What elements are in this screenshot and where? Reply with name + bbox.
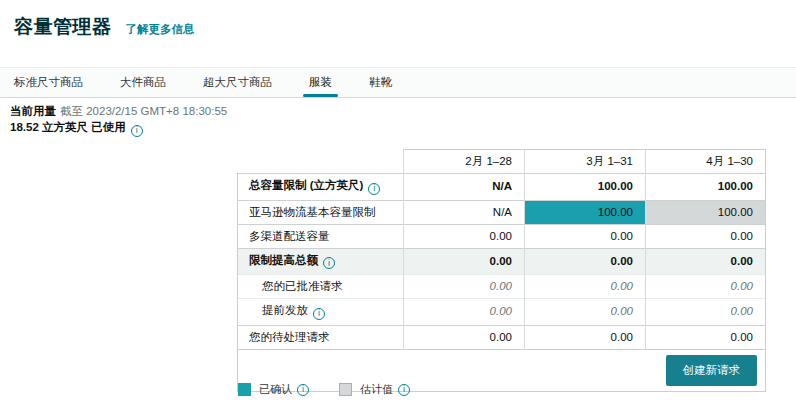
cell-value: 0.00: [404, 275, 525, 299]
page-title: 容量管理器: [14, 14, 112, 40]
cell-value-confirmed: 100.00: [525, 200, 646, 224]
info-icon[interactable]: [131, 125, 143, 137]
row-approved-requests: 您的已批准请求 0.00 0.00 0.00: [238, 275, 766, 299]
cell-value: 0.00: [404, 299, 525, 326]
row-multichannel-capacity: 多渠道配送容量 0.00 0.00 0.00: [238, 224, 766, 248]
info-icon[interactable]: [313, 308, 325, 320]
column-header-feb: 2月 1–28: [404, 150, 525, 174]
usage-label: 当前用量: [10, 105, 56, 117]
tab-standard-size[interactable]: 标准尺寸商品: [14, 68, 83, 97]
info-icon[interactable]: [323, 257, 335, 269]
cell-value: 0.00: [646, 275, 766, 299]
cell-value: 0.00: [404, 224, 525, 248]
legend-label: 估计值: [360, 382, 393, 397]
table-header-row: 2月 1–28 3月 1–31 4月 1–30: [238, 150, 766, 174]
row-early-release: 提前发放 0.00 0.00 0.00: [238, 299, 766, 326]
confirmed-swatch-icon: [238, 383, 251, 396]
cell-value: 0.00: [525, 275, 646, 299]
current-usage-section: 当前用量截至 2023/2/15 GMT+8 18:30:55 18.52 立方…: [0, 98, 796, 137]
cell-value: N/A: [404, 174, 525, 201]
row-label: 您的待处理请求: [249, 331, 330, 343]
row-fba-base-capacity-limit: 亚马逊物流基本容量限制 N/A 100.00 100.00: [238, 200, 766, 224]
cell-value: N/A: [404, 200, 525, 224]
row-label: 多渠道配送容量: [249, 230, 330, 242]
create-request-button[interactable]: 创建新请求: [666, 355, 758, 386]
cell-value: 100.00: [525, 174, 646, 201]
legend: 已确认 估计值: [238, 382, 410, 397]
capacity-table: 2月 1–28 3月 1–31 4月 1–30 总容量限制 (立方英尺) N/A…: [237, 149, 766, 392]
cell-value: 0.00: [404, 248, 525, 275]
tab-footwear[interactable]: 鞋靴: [369, 68, 392, 97]
row-label: 您的已批准请求: [262, 280, 343, 292]
learn-more-link[interactable]: 了解更多信息: [126, 22, 195, 37]
cell-value: 0.00: [646, 224, 766, 248]
info-icon[interactable]: [297, 384, 309, 396]
info-icon[interactable]: [398, 384, 410, 396]
row-pending-requests: 您的待处理请求 0.00 0.00 0.00: [238, 325, 766, 349]
usage-heading: 当前用量截至 2023/2/15 GMT+8 18:30:55: [10, 104, 782, 119]
cell-value: 0.00: [525, 325, 646, 349]
tab-oversize[interactable]: 大件商品: [120, 68, 166, 97]
row-limit-increase-total: 限制提高总额 0.00 0.00 0.00: [238, 248, 766, 275]
legend-item-confirmed: 已确认: [238, 382, 309, 397]
tab-apparel[interactable]: 服装: [309, 68, 332, 97]
page-header: 容量管理器 了解更多信息: [0, 0, 796, 40]
cell-value-estimated: 100.00: [646, 200, 766, 224]
row-label: 亚马逊物流基本容量限制: [249, 206, 376, 218]
column-header-apr: 4月 1–30: [646, 150, 766, 174]
usage-amount-line: 18.52 立方英尺 已使用: [10, 120, 782, 137]
legend-item-estimated: 估计值: [339, 382, 410, 397]
cell-value: 0.00: [525, 248, 646, 275]
tab-bar: 标准尺寸商品 大件商品 超大尺寸商品 服装 鞋靴: [0, 67, 796, 98]
cell-value: 0.00: [525, 224, 646, 248]
usage-as-of: 截至 2023/2/15 GMT+8 18:30:55: [60, 105, 227, 117]
cell-value: 0.00: [525, 299, 646, 326]
row-label: 提前发放: [262, 304, 308, 316]
row-label: 总容量限制 (立方英尺): [249, 179, 363, 191]
row-label: 限制提高总额: [249, 254, 318, 266]
cell-value: 0.00: [404, 325, 525, 349]
cell-value: 0.00: [646, 248, 766, 275]
cell-value: 0.00: [646, 325, 766, 349]
estimated-swatch-icon: [339, 383, 352, 396]
cell-value: 0.00: [646, 299, 766, 326]
table-corner: [238, 150, 404, 174]
row-total-capacity-limit: 总容量限制 (立方英尺) N/A 100.00 100.00: [238, 174, 766, 201]
usage-amount: 18.52 立方英尺 已使用: [10, 121, 126, 133]
info-icon[interactable]: [368, 183, 380, 195]
tab-extra-large[interactable]: 超大尺寸商品: [203, 68, 272, 97]
cell-value: 100.00: [646, 174, 766, 201]
legend-label: 已确认: [259, 382, 292, 397]
capacity-table-wrap: 2月 1–28 3月 1–31 4月 1–30 总容量限制 (立方英尺) N/A…: [237, 149, 766, 392]
column-header-mar: 3月 1–31: [525, 150, 646, 174]
